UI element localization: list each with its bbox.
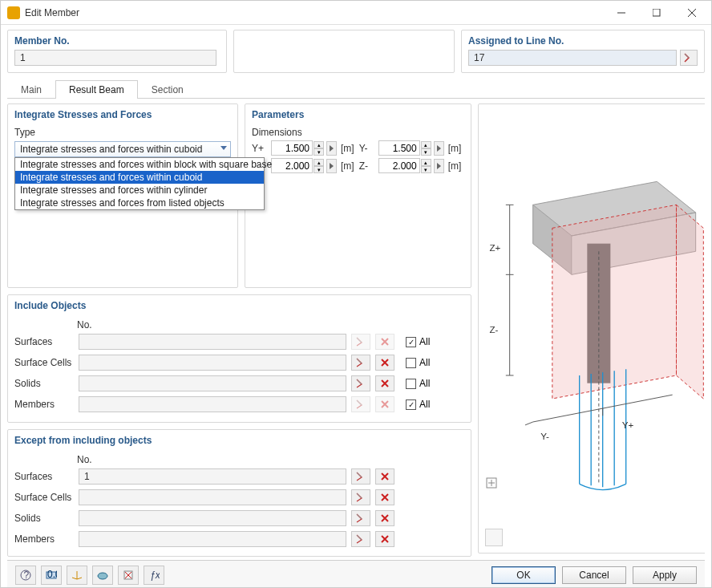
diagram-options-button[interactable]: [485, 529, 503, 546]
clear-button[interactable]: [375, 375, 394, 391]
except-row: Surface Cells: [14, 489, 464, 505]
row-label: Solids: [14, 513, 77, 524]
help-button[interactable]: ?: [15, 566, 36, 585]
zminus-apply-button[interactable]: [434, 159, 444, 173]
include-title: Include Objects: [14, 300, 464, 311]
type-option[interactable]: Integrate stresses and forces within cub…: [15, 171, 264, 184]
units-button[interactable]: 0.00: [41, 566, 62, 585]
yplus-input[interactable]: [271, 140, 313, 156]
type-dropdown-list[interactable]: Integrate stresses and forces within blo…: [14, 157, 265, 210]
all-checkbox[interactable]: All: [406, 336, 430, 347]
row-input[interactable]: [79, 531, 346, 547]
app-icon: [7, 6, 20, 19]
include-row: Surfaces All: [14, 334, 464, 350]
include-row: Members All: [14, 396, 464, 412]
tab-section[interactable]: Section: [138, 80, 197, 99]
pick-in-view-button[interactable]: [351, 510, 370, 526]
pick-in-view-button[interactable]: [351, 355, 370, 371]
clear-button[interactable]: [375, 468, 394, 485]
apply-button[interactable]: Apply: [633, 566, 697, 584]
spin-up-button[interactable]: ▴: [314, 141, 324, 148]
tab-result-beam[interactable]: Result Beam: [55, 80, 138, 99]
clear-button[interactable]: [375, 510, 394, 526]
include-row: Surface Cells All: [14, 355, 464, 371]
window-title: Edit Member: [25, 7, 604, 18]
minimize-button[interactable]: [604, 2, 639, 24]
row-input[interactable]: [79, 355, 346, 371]
spin-up-button[interactable]: ▴: [421, 141, 431, 148]
spin-up-button[interactable]: ▴: [421, 159, 431, 166]
yplus-apply-button[interactable]: [326, 141, 337, 156]
no-header: No.: [77, 454, 92, 465]
row-label: Surface Cells: [14, 357, 77, 368]
clear-button: [375, 396, 394, 412]
yplus-label: Y+: [252, 143, 269, 154]
type-dropdown-text: Integrate stresses and forces within cub…: [20, 144, 202, 155]
unit-label: [m]: [341, 160, 354, 172]
spin-down-button[interactable]: ▾: [314, 166, 324, 173]
row-input[interactable]: 1: [79, 468, 346, 485]
clear-button[interactable]: [375, 489, 394, 505]
row-input[interactable]: [79, 510, 346, 526]
pick-in-view-button[interactable]: [351, 375, 370, 391]
type-option[interactable]: Integrate stresses and forces within cyl…: [15, 184, 264, 197]
integrate-title: Integrate Stresses and Forces: [14, 109, 231, 120]
pick-in-view-button[interactable]: [351, 468, 370, 485]
unit-label: [m]: [341, 143, 354, 154]
exclude-button[interactable]: [118, 566, 139, 585]
assigned-line-field[interactable]: 17: [468, 50, 677, 66]
spin-down-button[interactable]: ▾: [421, 148, 431, 156]
spin-up-button[interactable]: ▴: [314, 159, 324, 166]
row-label: Members: [14, 533, 77, 545]
svg-text:?: ?: [24, 570, 30, 581]
zminus-input[interactable]: [378, 158, 420, 173]
spin-down-button[interactable]: ▾: [314, 148, 324, 156]
row-label: Surface Cells: [14, 492, 77, 503]
pick-in-view-button: [351, 334, 370, 350]
zplus-apply-button[interactable]: [326, 159, 337, 173]
spin-down-button[interactable]: ▾: [421, 166, 431, 173]
close-button[interactable]: [674, 2, 710, 24]
cancel-button[interactable]: Cancel: [562, 566, 626, 584]
pick-in-view-button: [351, 396, 370, 412]
render-button[interactable]: [92, 566, 113, 585]
assigned-line-group: Assigned to Line No. 17: [461, 30, 705, 73]
include-row: Solids All: [14, 375, 464, 391]
function-button[interactable]: ƒx: [144, 566, 164, 585]
diagram-zplus-label: Z+: [490, 242, 501, 253]
row-input[interactable]: [79, 334, 346, 350]
title-bar: Edit Member: [1, 1, 711, 25]
tab-bar: Main Result Beam Section: [7, 79, 705, 99]
pick-line-button[interactable]: [680, 50, 698, 66]
all-label: All: [419, 336, 430, 347]
axes-button[interactable]: [67, 566, 87, 585]
svg-text:ƒx: ƒx: [150, 570, 160, 581]
svg-point-7: [98, 573, 107, 579]
type-dropdown[interactable]: Integrate stresses and forces within cub…: [14, 141, 231, 157]
type-option[interactable]: Integrate stresses and forces from liste…: [15, 197, 264, 209]
integrate-stresses-group: Integrate Stresses and Forces Type Integ…: [7, 103, 238, 288]
ok-button[interactable]: OK: [492, 566, 556, 584]
all-checkbox[interactable]: All: [406, 378, 430, 389]
except-row: Surfaces 1: [14, 468, 464, 485]
clear-button[interactable]: [375, 355, 394, 371]
all-checkbox[interactable]: All: [406, 399, 430, 410]
yminus-apply-button[interactable]: [434, 141, 444, 156]
type-option[interactable]: Integrate stresses and forces within blo…: [15, 158, 264, 171]
pick-in-view-button[interactable]: [351, 531, 370, 547]
row-input[interactable]: [79, 396, 346, 412]
zminus-label: Z-: [359, 160, 377, 172]
all-checkbox[interactable]: All: [406, 357, 430, 368]
tab-main[interactable]: Main: [7, 80, 55, 99]
all-label: All: [419, 357, 430, 368]
row-label: Surfaces: [14, 471, 77, 482]
maximize-button[interactable]: [639, 2, 674, 24]
yminus-input[interactable]: [378, 140, 420, 156]
pick-in-view-button[interactable]: [351, 489, 370, 505]
clear-button[interactable]: [375, 531, 394, 547]
row-input[interactable]: [79, 375, 346, 391]
type-label: Type: [14, 127, 231, 138]
row-input[interactable]: [79, 489, 346, 505]
member-no-field[interactable]: 1: [14, 50, 216, 66]
zplus-input[interactable]: [271, 158, 313, 173]
